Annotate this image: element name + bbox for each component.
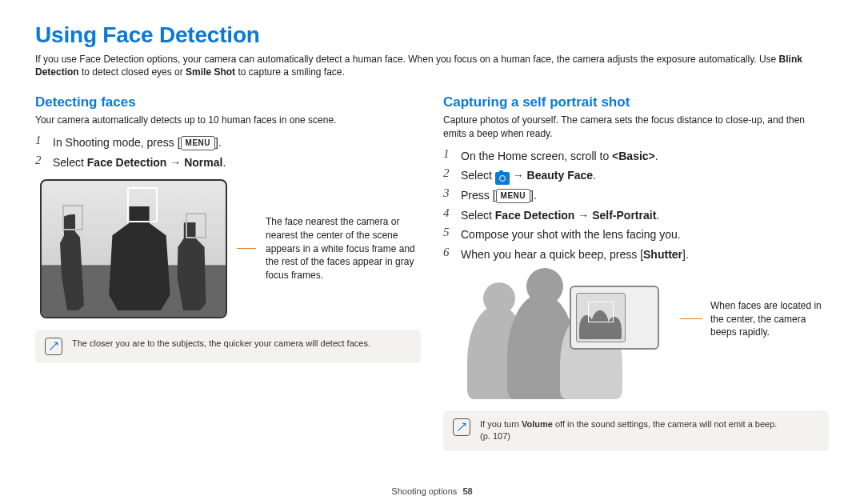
camera-mode-icon xyxy=(495,172,510,185)
step-text-post: . xyxy=(593,169,596,182)
step-bold: Face Detection → Normal xyxy=(87,156,223,169)
viewfinder-illustration xyxy=(40,179,227,318)
step-number: 2 xyxy=(35,154,53,167)
left-tip-text: The closer you are to the subjects, the … xyxy=(72,338,370,350)
step-text-post: ]. xyxy=(530,189,537,202)
step-text: When you hear a quick beep, press [ xyxy=(461,248,643,261)
self-portrait-heading: Capturing a self portrait shot xyxy=(443,94,829,110)
step-text-post: . xyxy=(655,150,658,162)
selfie-illustration xyxy=(464,271,672,399)
right-step-1: 1 On the Home screen, scroll to <Basic>. xyxy=(443,147,829,165)
left-step-2: 2 Select Face Detection → Normal. xyxy=(35,154,421,171)
focus-frame-white xyxy=(127,187,158,222)
right-figure: When faces are located in the center, th… xyxy=(464,271,829,399)
page-title: Using Face Detection xyxy=(35,22,829,48)
menu-button-icon: MENU xyxy=(496,189,530,203)
step-number: 4 xyxy=(443,206,461,220)
left-callout: The face nearest the camera or nearest t… xyxy=(266,215,421,282)
note-icon xyxy=(453,418,470,436)
footer-page-number: 58 xyxy=(462,486,472,496)
step-bold: Face Detection → Self-Portrait xyxy=(495,209,657,222)
left-figure: The face nearest the camera or nearest t… xyxy=(40,179,421,318)
tip-pre: If you turn xyxy=(480,419,522,429)
focus-frame-gray xyxy=(186,213,206,238)
step-mid: → xyxy=(510,169,527,182)
detecting-faces-heading: Detecting faces xyxy=(35,94,421,110)
step-number: 1 xyxy=(35,134,53,147)
tip-bold: Volume xyxy=(522,419,553,429)
step-text: Select xyxy=(461,209,495,222)
right-step-3: 3 Press [MENU]. xyxy=(443,186,829,204)
step-bold: Shutter xyxy=(643,248,682,261)
right-step-5: 5 Compose your shot with the lens facing… xyxy=(443,226,829,243)
right-step-2: 2 Select → Beauty Face. xyxy=(443,166,829,185)
step-text: On the Home screen, scroll to xyxy=(461,150,612,162)
step-text: In Shooting mode, press [ xyxy=(53,136,181,149)
step-number: 6 xyxy=(443,246,461,259)
right-step-4: 4 Select Face Detection → Self-Portrait. xyxy=(443,206,829,224)
right-callout: When faces are located in the center, th… xyxy=(710,299,829,339)
callout-line-icon xyxy=(237,248,256,249)
step-text: Select xyxy=(53,156,87,169)
step-number: 5 xyxy=(443,226,461,239)
left-steps: 1 In Shooting mode, press [MENU]. 2 Sele… xyxy=(35,134,421,171)
step-number: 3 xyxy=(443,186,461,200)
right-tip: If you turn Volume off in the sound sett… xyxy=(443,410,829,451)
step-number: 2 xyxy=(443,166,461,180)
step-text-post: . xyxy=(222,156,226,169)
self-portrait-desc: Capture photos of yourself. The camera s… xyxy=(443,114,829,141)
right-column: Capturing a self portrait shot Capture p… xyxy=(443,94,829,450)
intro-post: to capture a smiling face. xyxy=(235,66,345,78)
right-steps: 1 On the Home screen, scroll to <Basic>.… xyxy=(443,147,829,263)
step-bold: <Basic> xyxy=(612,150,655,162)
focus-frame-gray xyxy=(62,205,83,230)
callout-line-icon xyxy=(680,318,702,319)
step-number: 1 xyxy=(443,147,461,161)
intro-pre: If you use Face Detection options, your … xyxy=(35,54,779,65)
intro-bold2: Smile Shot xyxy=(186,66,235,78)
camera-rear-illustration xyxy=(570,286,659,350)
right-step-6: 6 When you hear a quick beep, press [Shu… xyxy=(443,246,829,263)
step-text: Compose your shot with the lens facing y… xyxy=(461,226,681,243)
menu-button-icon: MENU xyxy=(181,136,215,150)
step-text-post: . xyxy=(656,209,659,222)
step-text: Select xyxy=(461,169,495,182)
left-step-1: 1 In Shooting mode, press [MENU]. xyxy=(35,134,421,151)
detecting-faces-desc: Your camera automatically detects up to … xyxy=(35,114,421,127)
note-icon xyxy=(45,338,62,355)
step-text: Press [ xyxy=(461,189,496,202)
step-text-post: ]. xyxy=(682,248,689,261)
left-column: Detecting faces Your camera automaticall… xyxy=(35,94,421,450)
intro-mid: to detect closed eyes or xyxy=(79,66,186,78)
camera-screen xyxy=(576,293,626,342)
step-text-post: ]. xyxy=(215,136,222,149)
page-footer: Shooting options 58 xyxy=(0,486,864,496)
intro-text: If you use Face Detection options, your … xyxy=(35,53,829,78)
tip-ref: (p. 107) xyxy=(480,431,510,441)
footer-section: Shooting options xyxy=(391,486,457,496)
right-tip-text: If you turn Volume off in the sound sett… xyxy=(480,418,777,443)
left-tip: The closer you are to the subjects, the … xyxy=(35,330,421,363)
focus-frame-white xyxy=(588,302,614,322)
step-bold: Beauty Face xyxy=(527,169,593,182)
tip-post: off in the sound settings, the camera wi… xyxy=(553,419,777,429)
